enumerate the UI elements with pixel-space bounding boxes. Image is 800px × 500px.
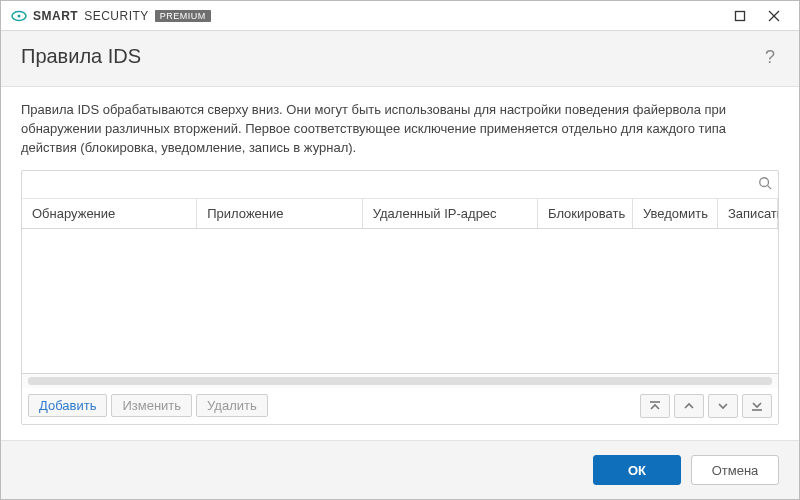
column-header-detection[interactable]: Обнаружение xyxy=(22,199,197,228)
close-button[interactable] xyxy=(757,2,791,30)
svg-point-1 xyxy=(18,14,21,17)
column-header-log[interactable]: Записать в ж xyxy=(718,199,778,228)
brand-badge: PREMIUM xyxy=(155,10,211,22)
add-button[interactable]: Добавить xyxy=(28,394,107,417)
maximize-icon xyxy=(734,10,746,22)
close-icon xyxy=(768,10,780,22)
move-top-icon xyxy=(648,399,662,413)
cancel-button[interactable]: Отмена xyxy=(691,455,779,485)
column-header-notify[interactable]: Уведомить xyxy=(633,199,718,228)
maximize-button[interactable] xyxy=(723,2,757,30)
edit-button[interactable]: Изменить xyxy=(111,394,192,417)
move-bottom-icon xyxy=(750,399,764,413)
table-header: Обнаружение Приложение Удаленный IP-адре… xyxy=(22,199,778,229)
horizontal-scrollbar[interactable] xyxy=(22,374,778,388)
move-top-button[interactable] xyxy=(640,394,670,418)
search-input[interactable] xyxy=(30,177,758,192)
description-text: Правила IDS обрабатываются сверху вниз. … xyxy=(21,101,779,158)
page-title: Правила IDS xyxy=(21,45,141,68)
actions-row: Добавить Изменить Удалить xyxy=(22,388,778,424)
brand-security: SECURITY xyxy=(84,9,149,23)
svg-rect-2 xyxy=(736,11,745,20)
column-header-block[interactable]: Блокировать xyxy=(538,199,633,228)
svg-line-6 xyxy=(768,185,772,189)
chevron-up-icon xyxy=(682,399,696,413)
ok-button[interactable]: ОК xyxy=(593,455,681,485)
help-button[interactable]: ? xyxy=(761,45,779,70)
search-icon[interactable] xyxy=(758,176,772,193)
titlebar: SMART SECURITY PREMIUM xyxy=(1,1,799,31)
delete-button[interactable]: Удалить xyxy=(196,394,268,417)
eset-logo-icon xyxy=(11,8,27,24)
svg-point-5 xyxy=(760,177,769,186)
move-down-button[interactable] xyxy=(708,394,738,418)
column-header-remote-ip[interactable]: Удаленный IP-адрес xyxy=(363,199,538,228)
move-bottom-button[interactable] xyxy=(742,394,772,418)
brand: SMART SECURITY PREMIUM xyxy=(11,8,211,24)
chevron-down-icon xyxy=(716,399,730,413)
table-body xyxy=(22,229,778,374)
column-header-application[interactable]: Приложение xyxy=(197,199,363,228)
rules-table-block: Обнаружение Приложение Удаленный IP-адре… xyxy=(21,170,779,425)
move-up-button[interactable] xyxy=(674,394,704,418)
brand-smart: SMART xyxy=(33,9,78,23)
footer: ОК Отмена xyxy=(1,440,799,499)
header-area: Правила IDS ? xyxy=(1,31,799,87)
search-row xyxy=(22,171,778,199)
